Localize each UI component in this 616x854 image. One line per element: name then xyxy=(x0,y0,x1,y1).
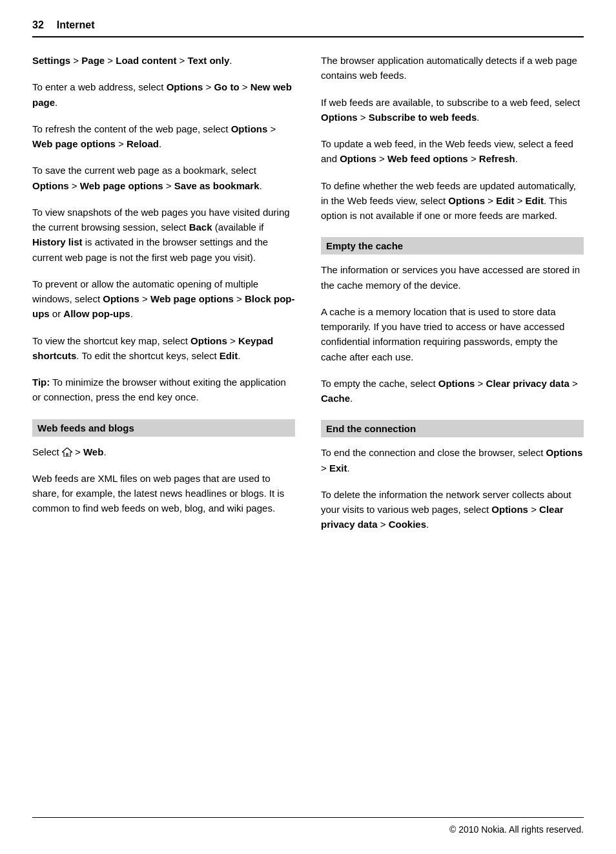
cache-info-paragraph: The information or services you have acc… xyxy=(321,262,584,293)
page-footer: © 2010 Nokia. All rights reserved. xyxy=(32,817,584,835)
popups-paragraph: To prevent or allow the automatic openin… xyxy=(32,276,295,322)
end-connection-paragraph: To end the connection and close the brow… xyxy=(321,445,584,475)
tip-paragraph: Tip: To minimize the browser without exi… xyxy=(32,375,295,405)
empty-cache-heading: Empty the cache xyxy=(321,237,584,255)
settings-paragraph: Settings > Page > Load content > Text on… xyxy=(32,53,295,68)
cache-warning-paragraph: A cache is a memory location that is use… xyxy=(321,304,584,364)
browser-auto-paragraph: The browser application automatically de… xyxy=(321,53,584,83)
home-icon xyxy=(62,446,72,455)
enter-address-paragraph: To enter a web address, select Options >… xyxy=(32,79,295,110)
page-title: Internet xyxy=(57,19,95,31)
update-feed-paragraph: To update a web feed, in the Web feeds v… xyxy=(321,136,584,167)
refresh-paragraph: To refresh the content of the web page, … xyxy=(32,121,295,152)
page-header: 32 Internet xyxy=(32,19,584,37)
empty-cache-paragraph: To empty the cache, select Options > Cle… xyxy=(321,376,584,406)
snapshots-paragraph: To view snapshots of the web pages you h… xyxy=(32,205,295,265)
left-column: Settings > Page > Load content > Text on… xyxy=(32,53,295,817)
subscribe-paragraph: If web feeds are available, to subscribe… xyxy=(321,95,584,125)
web-feeds-select: Select > Web. xyxy=(32,444,295,459)
delete-info-paragraph: To delete the information the network se… xyxy=(321,487,584,532)
content-area: Settings > Page > Load content > Text on… xyxy=(32,53,584,817)
web-feeds-intro-paragraph: Web feeds are XML files on web pages tha… xyxy=(32,471,295,516)
copyright-text: © 2010 Nokia. All rights reserved. xyxy=(449,824,584,835)
shortcut-paragraph: To view the shortcut key map, select Opt… xyxy=(32,333,295,364)
save-bookmark-paragraph: To save the current web page as a bookma… xyxy=(32,163,295,193)
end-connection-heading: End the connection xyxy=(321,420,584,437)
define-feeds-paragraph: To define whether the web feeds are upda… xyxy=(321,178,584,224)
right-column: The browser application automatically de… xyxy=(321,53,584,817)
page-number: 32 xyxy=(32,19,44,31)
page-container: 32 Internet Settings > Page > Load conte… xyxy=(0,0,616,854)
web-feeds-heading: Web feeds and blogs xyxy=(32,419,295,437)
svg-marker-0 xyxy=(62,448,72,457)
